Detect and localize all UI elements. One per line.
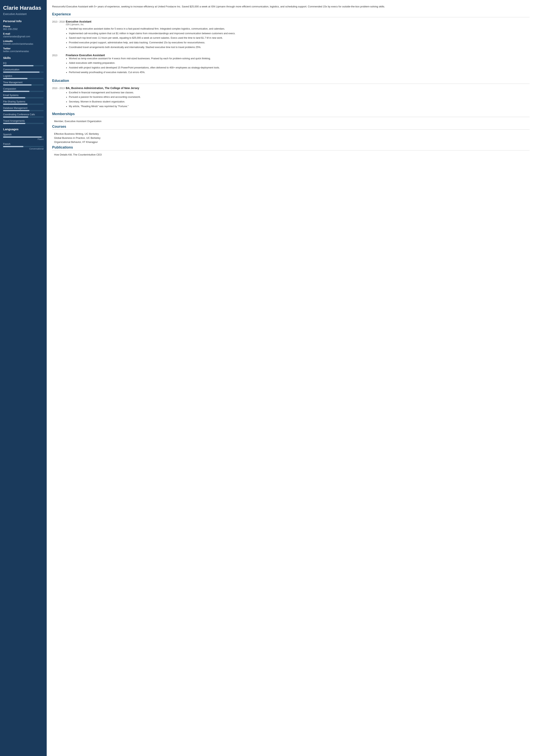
- education-bullets: Excelled in financial management and bus…: [66, 91, 529, 108]
- language-item: Spanish Fluent: [3, 133, 43, 140]
- education-title: BA, Business Administration, The College…: [66, 87, 529, 90]
- main-content: Resourceful Executive Assistant with 5+ …: [47, 0, 535, 756]
- skill-name: Email Systems: [3, 94, 43, 96]
- skill-name: Travel Arrangements: [3, 120, 43, 122]
- experience-bullet: Implemented call-recording system that c…: [69, 32, 529, 35]
- memberships-list: Member, Executive Assistant Organization: [52, 120, 529, 123]
- linkedin-label: LinkedIn: [3, 40, 43, 42]
- education-section-title: Education: [52, 79, 529, 84]
- phone-value: 862-208-2592: [3, 28, 43, 31]
- membership-item: Member, Executive Assistant Organization: [52, 120, 529, 123]
- skills-section-title: Skills: [3, 56, 43, 60]
- phone-label: Phone: [3, 25, 43, 28]
- skill-bar-background: [3, 84, 43, 86]
- skill-item: Coordinating Conference Calls: [3, 113, 43, 118]
- education-bullet: My article, "Reading Minds" was reprinte…: [69, 105, 529, 108]
- skill-name: Time Management: [3, 81, 43, 84]
- skill-item: Database Management: [3, 107, 43, 111]
- course-item: Effective Business Writing, UC Berkeley: [52, 132, 529, 135]
- language-item: French Conversational: [3, 143, 43, 150]
- experience-title: Executive Assistant: [66, 20, 529, 23]
- courses-section-title: Courses: [52, 124, 529, 130]
- skill-bar-fill: [3, 78, 27, 79]
- phone-info: Phone 862-208-2592: [3, 25, 43, 31]
- skill-item: File-Sharing Systems: [3, 100, 43, 105]
- education-list: 2010 - 2013 BA, Business Administration,…: [52, 87, 529, 109]
- skills-list: EQ Communication Logistics Time Manageme…: [3, 62, 43, 124]
- skill-name: Communication: [3, 68, 43, 71]
- skill-name: Logistics: [3, 75, 43, 77]
- twitter-value: twitter.com/clarieharadas: [3, 50, 43, 53]
- skill-item: Communication: [3, 68, 43, 73]
- experience-bullet: Performed weekly proofreading of executi…: [69, 70, 529, 74]
- skill-bar-fill: [3, 117, 28, 118]
- experience-date: 2013: [52, 54, 66, 75]
- skill-item: Logistics: [3, 75, 43, 79]
- skill-bar-fill: [3, 84, 32, 86]
- experience-bullet: Coordinated travel arrangements both dom…: [69, 45, 529, 49]
- language-name: Spanish: [3, 133, 43, 136]
- skill-bar-fill: [3, 104, 27, 105]
- experience-content: Executive Assistant ISN Lipmann, Inc. Ha…: [66, 20, 529, 50]
- experience-content: Freelance Executive Assistant Worked as …: [66, 54, 529, 75]
- experience-bullet: Worked as temp executive assistant for 4…: [69, 57, 529, 61]
- skill-bar-fill: [3, 97, 25, 98]
- summary-text: Resourceful Executive Assistant with 5+ …: [52, 5, 529, 9]
- skill-bar-background: [3, 104, 43, 105]
- language-name: French: [3, 143, 43, 146]
- publications-section-title: Publications: [52, 146, 529, 150]
- experience-bullets: Handled top executive assistant duties f…: [66, 27, 529, 49]
- skill-name: Database Management: [3, 107, 43, 109]
- language-bar-background: [3, 136, 43, 138]
- skill-bar-fill: [3, 71, 40, 73]
- memberships-section-title: Memberships: [52, 112, 529, 117]
- skill-name: File-Sharing Systems: [3, 100, 43, 103]
- candidate-title: Executive Assistant: [3, 13, 43, 15]
- education-bullet: Secretary, Women in Business student org…: [69, 100, 529, 104]
- skill-bar-background: [3, 71, 43, 73]
- skill-bar-fill: [3, 123, 25, 124]
- skill-bar-background: [3, 110, 43, 111]
- skill-bar-background: [3, 123, 43, 124]
- experience-date: 2013 - 2018: [52, 20, 66, 50]
- language-level: Conversational: [3, 148, 43, 150]
- education-bullet: Pursued a passion for business ethics an…: [69, 95, 529, 99]
- personal-info-section-title: Personal Info: [3, 19, 43, 23]
- experience-bullet: Assisted with project logistics and deve…: [69, 66, 529, 69]
- course-item: Global Business in Practice, UC Berkeley: [52, 136, 529, 139]
- education-item: 2010 - 2013 BA, Business Administration,…: [52, 87, 529, 109]
- email-info: E-mail clarieharadas@gmail.com: [3, 33, 43, 38]
- email-value: clarieharadas@gmail.com: [3, 35, 43, 38]
- experience-item: 2013 - 2018 Executive Assistant ISN Lipm…: [52, 20, 529, 50]
- sidebar: Clarie Haradas Executive Assistant Perso…: [0, 0, 47, 756]
- publication-item: How Details Kill, The Counterintuitive C…: [52, 153, 529, 156]
- experience-bullet: Aided executives with meeting preparatio…: [69, 61, 529, 65]
- skill-bar-background: [3, 97, 43, 98]
- skill-bar-fill: [3, 91, 29, 92]
- skill-item: Travel Arrangements: [3, 120, 43, 124]
- skill-item: Compassion: [3, 88, 43, 92]
- languages-section-title: Languages: [3, 127, 43, 131]
- experience-company: ISN Lipmann, Inc.: [66, 23, 529, 26]
- experience-bullets: Worked as temp executive assistant for 4…: [66, 57, 529, 74]
- skill-bar-fill: [3, 110, 29, 111]
- experience-bullet: Handled top executive assistant duties f…: [69, 27, 529, 31]
- skill-item: Time Management: [3, 81, 43, 86]
- language-level: Fluent: [3, 138, 43, 140]
- courses-list: Effective Business Writing, UC BerkeleyG…: [52, 132, 529, 144]
- skill-item: Email Systems: [3, 94, 43, 98]
- skill-bar-background: [3, 91, 43, 92]
- linkedin-value: linkedin.com/in/clarieharadas: [3, 42, 43, 45]
- language-bar-fill: [3, 146, 23, 147]
- education-date: 2010 - 2013: [52, 87, 66, 109]
- skill-bar-background: [3, 78, 43, 79]
- skill-bar-fill: [3, 65, 34, 66]
- skill-item: EQ: [3, 62, 43, 66]
- experience-list: 2013 - 2018 Executive Assistant ISN Lipm…: [52, 20, 529, 75]
- language-bar-background: [3, 146, 43, 147]
- twitter-label: Twitter: [3, 47, 43, 50]
- skill-bar-background: [3, 117, 43, 118]
- skill-name: Compassion: [3, 88, 43, 90]
- language-bar-fill: [3, 136, 42, 138]
- education-content: BA, Business Administration, The College…: [66, 87, 529, 109]
